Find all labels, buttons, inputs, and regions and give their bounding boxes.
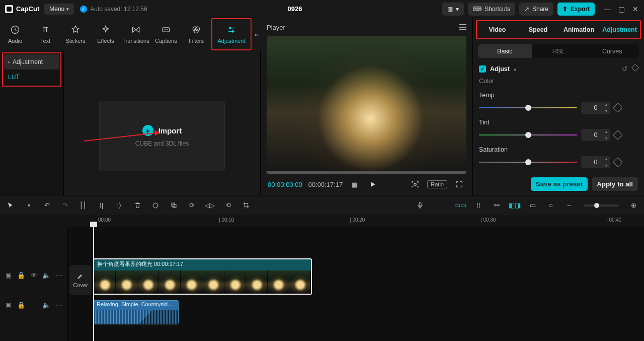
tab-text[interactable]: Text bbox=[30, 18, 60, 50]
reset-icon[interactable]: ↺ bbox=[622, 65, 627, 73]
mute-icon[interactable]: 🔈 bbox=[42, 300, 50, 309]
ruler-tick: | 00:30 bbox=[480, 217, 496, 223]
export-label: Export bbox=[571, 6, 590, 13]
sidebar-item-adjustment[interactable]: ▸ Adjustment bbox=[4, 54, 59, 70]
player-viewport[interactable] bbox=[267, 36, 466, 174]
scan-icon[interactable] bbox=[409, 178, 421, 190]
link-icon[interactable]: ⚯ bbox=[491, 200, 502, 211]
inspector-tab-animation[interactable]: Animation bbox=[558, 21, 599, 38]
audio-waveform bbox=[94, 310, 178, 324]
more-icon[interactable]: ⋯ bbox=[55, 270, 62, 280]
zoom-plus-icon[interactable]: ⊕ bbox=[628, 200, 639, 211]
temp-keyframe-icon[interactable] bbox=[613, 103, 623, 113]
crop-icon[interactable] bbox=[240, 200, 252, 211]
svg-marker-8 bbox=[154, 130, 159, 135]
inspector-tab-adjustment[interactable]: Adjustment bbox=[599, 21, 640, 38]
eye-icon[interactable]: 👁 bbox=[30, 270, 37, 280]
trim-left-icon[interactable]: ⟨| bbox=[96, 200, 107, 211]
split-icon[interactable]: ⎮⎮ bbox=[77, 200, 89, 211]
trim-right-icon[interactable]: |⟩ bbox=[114, 200, 125, 211]
window-maximize-button[interactable]: ▢ bbox=[618, 5, 625, 13]
video-track-controls: ▣ 🔒 👁 🔈 ⋯ bbox=[0, 257, 67, 293]
selection-tool-icon[interactable] bbox=[5, 200, 16, 211]
export-button[interactable]: ⬆ Export bbox=[557, 3, 595, 16]
tab-stickers[interactable]: Stickers bbox=[60, 18, 91, 50]
audio-clip[interactable]: Relaxing, Simple, Countryside, T bbox=[93, 300, 179, 324]
tab-effects[interactable]: Effects bbox=[91, 18, 121, 50]
preview-icon[interactable]: ▭ bbox=[527, 200, 538, 211]
saturation-keyframe-icon[interactable] bbox=[613, 157, 623, 167]
zoom-slider[interactable] bbox=[584, 204, 619, 207]
tab-adjustment-label: Adjustment bbox=[217, 38, 245, 44]
save-preset-button[interactable]: Save as preset bbox=[531, 177, 588, 191]
inspector-tab-video[interactable]: Video bbox=[477, 21, 518, 38]
temp-slider[interactable] bbox=[479, 104, 577, 111]
sidebar-item-lut[interactable]: LUT bbox=[4, 70, 59, 85]
temp-value-input[interactable]: 0 ▲▼ bbox=[581, 102, 610, 114]
snap-icon[interactable]: ◧◨ bbox=[509, 200, 520, 211]
zoom-out-icon[interactable]: ○ bbox=[545, 200, 556, 211]
mark-icon[interactable] bbox=[150, 200, 161, 211]
tint-value: 0 bbox=[594, 131, 598, 139]
tab-adjustment[interactable]: Adjustment bbox=[211, 18, 252, 50]
duplicate-icon[interactable] bbox=[168, 200, 179, 211]
fullscreen-button[interactable] bbox=[453, 178, 465, 190]
subtab-curves[interactable]: Curves bbox=[585, 44, 639, 58]
tab-captions[interactable]: Captions bbox=[151, 18, 181, 50]
lock-icon[interactable]: 🔒 bbox=[17, 270, 25, 280]
shortcuts-button[interactable]: ⌨ Shortcuts bbox=[468, 3, 515, 16]
tab-filters[interactable]: Filters bbox=[181, 18, 211, 50]
reverse-icon[interactable]: ⟳ bbox=[186, 200, 197, 211]
rotate-icon[interactable]: ⟲ bbox=[222, 200, 233, 211]
grid-view-icon[interactable]: ▦ bbox=[349, 178, 361, 190]
share-button[interactable]: ↗ Share bbox=[519, 3, 553, 16]
chevron-up-icon[interactable]: ▴ bbox=[514, 66, 516, 72]
shield-icon[interactable]: ▣ bbox=[5, 300, 12, 309]
tab-transitions[interactable]: Transitions bbox=[121, 18, 151, 50]
play-button[interactable] bbox=[367, 178, 379, 190]
subtab-basic[interactable]: Basic bbox=[478, 44, 532, 58]
playhead[interactable] bbox=[93, 227, 94, 341]
shield-icon[interactable]: ▣ bbox=[5, 270, 12, 280]
video-clip[interactable]: 换个角度看果园的曙光 00:00:17:17 bbox=[93, 258, 312, 295]
temp-value: 0 bbox=[594, 104, 598, 111]
mute-icon[interactable]: 🔈 bbox=[42, 270, 50, 280]
player-menu-button[interactable] bbox=[459, 24, 466, 30]
tool-dropdown-icon[interactable]: ▾ bbox=[23, 200, 34, 211]
ruler-tick: | 00:40 bbox=[606, 217, 621, 223]
subtab-hsl[interactable]: HSL bbox=[532, 44, 586, 58]
tab-stickers-label: Stickers bbox=[65, 38, 85, 44]
mic-icon[interactable] bbox=[415, 200, 426, 211]
redo-button[interactable]: ↷ bbox=[59, 200, 70, 211]
lock-icon[interactable]: 🔒 bbox=[17, 300, 25, 309]
saturation-value-input[interactable]: 0 ▲▼ bbox=[581, 156, 610, 168]
keyframe-icon[interactable] bbox=[631, 64, 639, 72]
window-close-button[interactable]: ✕ bbox=[632, 5, 639, 13]
saturation-slider[interactable] bbox=[479, 159, 577, 166]
tab-audio[interactable]: Audio bbox=[0, 18, 30, 50]
collapse-tabs-button[interactable]: « bbox=[252, 18, 261, 50]
layout-button[interactable]: ▥▾ bbox=[442, 3, 464, 16]
adjust-checkbox[interactable]: ✓ bbox=[479, 65, 486, 73]
inspector-tab-speed[interactable]: Speed bbox=[518, 21, 558, 38]
menu-button[interactable]: Menu ▾ bbox=[44, 4, 74, 15]
tab-text-label: Text bbox=[40, 38, 50, 44]
tint-keyframe-icon[interactable] bbox=[613, 130, 623, 140]
tab-effects-label: Effects bbox=[97, 38, 114, 44]
undo-button[interactable]: ↶ bbox=[41, 200, 52, 211]
cover-button[interactable]: Cover bbox=[69, 265, 92, 295]
svg-rect-12 bbox=[419, 202, 421, 206]
apply-to-all-button[interactable]: Apply to all bbox=[592, 177, 638, 191]
auto-align-icon[interactable]: ⁞⁞ bbox=[473, 200, 484, 211]
zoom-minus-icon[interactable]: – bbox=[564, 200, 575, 211]
tint-slider[interactable] bbox=[479, 131, 577, 139]
mirror-icon[interactable]: ◁▷ bbox=[204, 200, 215, 211]
menu-label: Menu bbox=[49, 6, 64, 13]
ratio-button[interactable]: Ratio bbox=[427, 180, 447, 188]
tab-audio-label: Audio bbox=[8, 38, 22, 44]
window-minimize-button[interactable]: — bbox=[604, 5, 611, 13]
more-icon[interactable]: ⋯ bbox=[55, 300, 62, 309]
delete-icon[interactable] bbox=[132, 200, 143, 211]
tint-value-input[interactable]: 0 ▲▼ bbox=[581, 129, 610, 141]
magnet-main-icon[interactable]: ▭▭ bbox=[455, 200, 466, 211]
